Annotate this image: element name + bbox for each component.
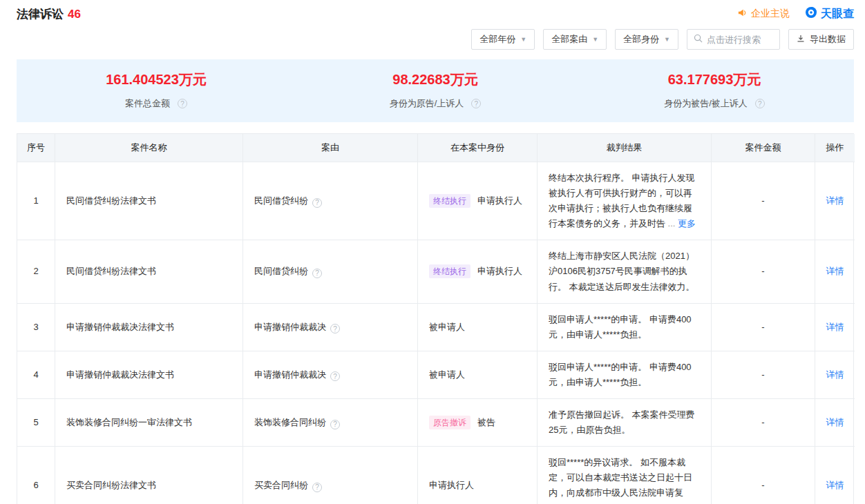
cell-amount: - <box>712 351 815 398</box>
search-box <box>687 29 780 50</box>
cause-text: 买卖合同纠纷 <box>254 480 308 490</box>
search-icon <box>694 33 703 46</box>
cell-amount: - <box>712 446 815 504</box>
year-filter-dropdown[interactable]: 全部年份 ▼ <box>471 29 535 50</box>
identity-text: 申请执行人 <box>477 266 522 276</box>
cell-action: 详情 <box>815 162 855 240</box>
identity-text: 被告 <box>477 417 495 427</box>
cell-case-no: 1 <box>17 162 55 240</box>
result-text: 驳回申请人*****的申请。 申请费400元，由申请人*****负担。 <box>549 362 692 387</box>
export-data-label: 导出数据 <box>810 33 846 46</box>
summary-total-amount: 161.404523万元 案件总金额 ? <box>17 70 296 110</box>
identity-text: 申请执行人 <box>429 480 474 490</box>
plaintiff-amount-label-row: 身份为原告/上诉人 ? <box>296 97 575 110</box>
cell-case-no: 3 <box>17 303 55 351</box>
cell-case-name: 申请撤销仲裁裁决法律文书 <box>55 303 243 351</box>
cause-text: 民间借贷纠纷 <box>254 195 308 206</box>
legal-litigation-page: 法律诉讼46 企业主说 天眼查 全部年份 ▼ 全部案由 ▼ <box>0 0 865 504</box>
cell-action: 详情 <box>815 398 855 446</box>
export-data-button[interactable]: 导出数据 <box>788 29 854 50</box>
summary-defendant-amount: 63.177693万元 身份为被告/被上诉人 ? <box>575 70 854 110</box>
help-icon[interactable]: ? <box>330 371 340 381</box>
cause-filter-label: 全部案由 <box>551 33 587 46</box>
help-icon[interactable]: ? <box>755 99 765 108</box>
cell-amount: - <box>712 162 815 240</box>
cell-identity: 被申请人 <box>418 351 538 398</box>
business-owner-label: 企业主说 <box>751 8 790 20</box>
help-icon[interactable]: ? <box>330 324 340 333</box>
cell-case-no: 6 <box>17 446 55 504</box>
cell-cause: 申请撤销仲裁裁决? <box>243 351 418 398</box>
more-link[interactable]: 更多 <box>678 218 696 229</box>
detail-link[interactable]: 详情 <box>826 266 844 276</box>
table-row: 3申请撤销仲裁裁决法律文书申请撤销仲裁裁决?被申请人驳回申请人*****的申请。… <box>17 303 855 351</box>
total-amount-value: 161.404523万元 <box>17 70 296 89</box>
detail-link[interactable]: 详情 <box>826 417 844 427</box>
cell-action: 详情 <box>815 303 855 351</box>
cell-identity: 被申请人 <box>418 303 538 351</box>
cell-case-name: 装饰装修合同纠纷一审法律文书 <box>55 398 243 446</box>
cell-cause: 申请撤销仲裁裁决? <box>243 303 418 351</box>
column-header: 案件金额 <box>712 134 815 162</box>
help-icon[interactable]: ? <box>178 99 187 108</box>
cell-cause: 买卖合同纠纷? <box>243 446 418 504</box>
help-icon[interactable]: ? <box>312 198 322 208</box>
help-icon[interactable]: ? <box>330 420 340 429</box>
business-owner-link[interactable]: 企业主说 <box>737 8 790 20</box>
filter-bar: 全部年份 ▼ 全部案由 ▼ 全部身份 ▼ 导出数据 <box>17 29 854 50</box>
detail-link[interactable]: 详情 <box>826 195 844 206</box>
brand-logo[interactable]: 天眼查 <box>805 6 854 21</box>
identity-text: 被申请人 <box>429 322 465 332</box>
help-icon[interactable]: ? <box>312 483 322 492</box>
status-badge: 终结执行 <box>429 194 470 208</box>
column-header: 裁判结果 <box>538 134 712 162</box>
cell-result: 驳回申请人*****的申请。 申请费400元，由申请人*****负担。 <box>538 303 712 351</box>
tianyancha-eye-icon <box>805 6 817 21</box>
cell-result: 终结上海市静安区人民法院（2021）沪0106民初3757号民事调解书的执行。 … <box>538 240 712 302</box>
detail-link[interactable]: 详情 <box>826 480 844 490</box>
result-text: 驳回*****的异议请求。 如不服本裁定，可以自本裁定书送达之日起十日内，向成都… <box>549 457 692 504</box>
top-bar: 法律诉讼46 企业主说 天眼查 <box>17 4 854 23</box>
download-icon <box>797 35 805 45</box>
table-row: 4申请撤销仲裁裁决法律文书申请撤销仲裁裁决?被申请人驳回申请人*****的申请。… <box>17 351 855 398</box>
help-icon[interactable]: ? <box>471 99 481 108</box>
identity-filter-dropdown[interactable]: 全部身份 ▼ <box>615 29 678 50</box>
chevron-down-icon: ▼ <box>592 36 598 43</box>
cell-action: 详情 <box>815 446 855 504</box>
table-row: 1民间借贷纠纷法律文书民间借贷纠纷?终结执行申请执行人终结本次执行程序。 申请执… <box>17 162 855 240</box>
detail-link[interactable]: 详情 <box>826 369 844 380</box>
plaintiff-amount-value: 98.22683万元 <box>296 70 575 89</box>
cell-result: 驳回申请人*****的申请。 申请费400元，由申请人*****负担。 <box>538 351 712 398</box>
megaphone-icon <box>737 8 748 20</box>
cell-identity: 终结执行申请执行人 <box>418 240 538 302</box>
column-header: 操作 <box>815 134 855 162</box>
cell-amount: - <box>712 240 815 302</box>
table-row: 5装饰装修合同纠纷一审法律文书装饰装修合同纠纷?原告撤诉被告准予原告撤回起诉。 … <box>17 398 855 446</box>
cause-filter-dropdown[interactable]: 全部案由 ▼ <box>543 29 607 50</box>
litigation-table: 序号案件名称案由在本案中身份裁判结果案件金额操作 1民间借贷纠纷法律文书民间借贷… <box>17 133 854 504</box>
page-title-text: 法律诉讼 <box>17 8 64 21</box>
ellipsis: ... <box>665 218 678 229</box>
help-icon[interactable]: ? <box>312 269 322 278</box>
result-text: 驳回申请人*****的申请。 申请费400元，由申请人*****负担。 <box>549 314 692 340</box>
column-header: 案由 <box>243 134 418 162</box>
cell-action: 详情 <box>815 351 855 398</box>
brand-name: 天眼查 <box>821 7 854 21</box>
cell-cause: 装饰装修合同纠纷? <box>243 398 418 446</box>
summary-band: 161.404523万元 案件总金额 ? 98.22683万元 身份为原告/上诉… <box>17 59 854 122</box>
column-header: 案件名称 <box>55 134 243 162</box>
chevron-down-icon: ▼ <box>664 36 670 43</box>
status-badge: 终结执行 <box>429 264 470 278</box>
cell-case-name: 买卖合同纠纷法律文书 <box>55 446 243 504</box>
identity-text: 申请执行人 <box>477 195 522 206</box>
table: 序号案件名称案由在本案中身份裁判结果案件金额操作 1民间借贷纠纷法律文书民间借贷… <box>17 134 855 504</box>
cell-identity: 申请执行人 <box>418 446 538 504</box>
cell-result: 准予原告撤回起诉。 本案案件受理费25元，由原告负担。 <box>538 398 712 446</box>
total-amount-label-row: 案件总金额 ? <box>17 97 296 110</box>
detail-link[interactable]: 详情 <box>826 322 844 332</box>
identity-text: 被申请人 <box>429 369 465 380</box>
cause-text: 民间借贷纠纷 <box>254 266 308 276</box>
cell-result: 驳回*****的异议请求。 如不服本裁定，可以自本裁定书送达之日起十日内，向成都… <box>538 446 712 504</box>
search-input[interactable] <box>707 35 773 45</box>
status-badge: 原告撤诉 <box>429 416 470 429</box>
